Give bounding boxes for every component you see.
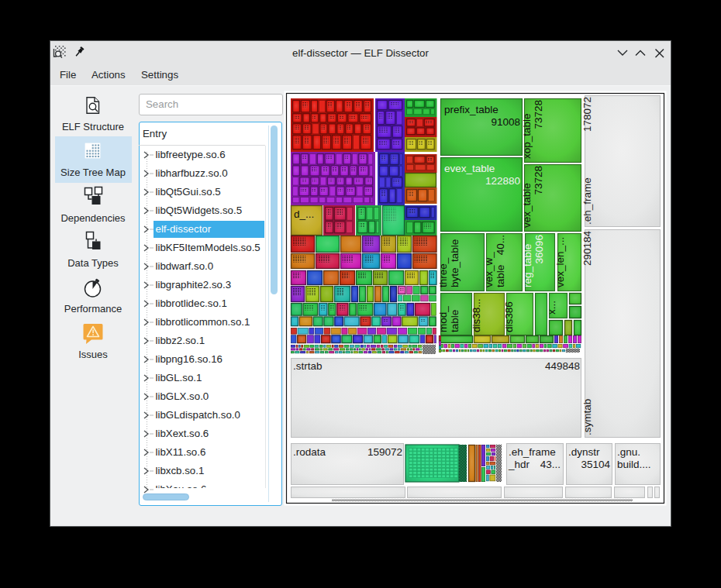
svg-text:d_...: d_...	[294, 208, 314, 220]
svg-text:159072: 159072	[367, 446, 402, 458]
svg-text:73728: 73728	[533, 100, 544, 129]
svg-text:table: table	[449, 310, 461, 332]
svg-text:dis38...: dis38...	[471, 298, 482, 332]
svg-text:vex_w_: vex_w_	[483, 252, 495, 287]
svg-text:vex_len_...: vex_len_...	[554, 237, 566, 287]
svg-text:vex_table: vex_table	[521, 183, 533, 228]
svg-text:122880: 122880	[485, 175, 520, 187]
svg-text:reg_table: reg_table	[522, 244, 533, 287]
svg-text:.rodata: .rodata	[293, 446, 326, 458]
svg-text:evex_table: evex_table	[444, 163, 495, 174]
svg-text:.eh_frame: .eh_frame	[509, 446, 556, 458]
svg-text:.gnu.: .gnu.	[617, 446, 640, 458]
svg-text:prefix_table: prefix_table	[444, 104, 498, 115]
svg-text:40...: 40...	[495, 235, 506, 255]
svg-text:build....: build....	[617, 459, 651, 470]
svg-text:35104: 35104	[581, 459, 610, 470]
svg-text:36096: 36096	[533, 235, 545, 264]
svg-text:mod_: mod_	[437, 306, 449, 332]
svg-text:byte_table: byte_table	[449, 239, 461, 287]
svg-text:91008: 91008	[491, 116, 520, 128]
svg-text:_hdr: _hdr	[508, 459, 530, 470]
svg-text:.strtab: .strtab	[293, 360, 323, 372]
svg-text:xop_table: xop_table	[521, 113, 533, 159]
svg-text:449848: 449848	[545, 360, 580, 372]
svg-text:x...: x...	[546, 301, 557, 315]
svg-text:.symtab: .symtab	[581, 399, 593, 435]
svg-text:dis386: dis386	[503, 301, 515, 332]
svg-text:178072: 178072	[581, 97, 593, 132]
svg-text:73728: 73728	[533, 166, 544, 195]
svg-text:.eh_frame: .eh_frame	[581, 177, 593, 225]
svg-text:three_: three_	[437, 257, 449, 287]
svg-text:.dynstr: .dynstr	[568, 446, 600, 458]
svg-text:table: table	[495, 265, 506, 287]
svg-text:43...: 43...	[540, 459, 561, 470]
svg-text:290184: 290184	[581, 231, 593, 266]
